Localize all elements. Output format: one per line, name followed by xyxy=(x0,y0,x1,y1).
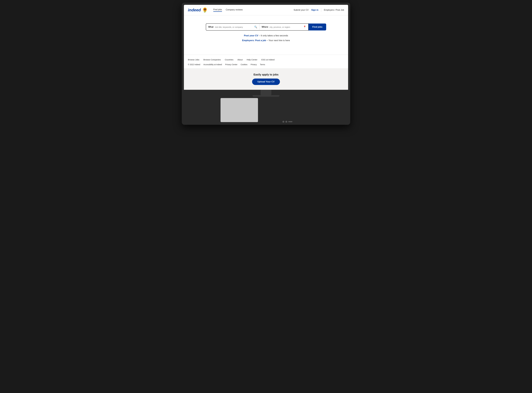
where-label: Where xyxy=(261,26,268,28)
sign-in-link[interactable]: Sign in xyxy=(311,9,318,11)
footer-help-center[interactable]: Help Center xyxy=(247,59,257,61)
footer-terms[interactable]: Terms xyxy=(260,64,265,66)
footer-nav: Browse Jobs Browse Companies Countries A… xyxy=(184,55,348,68)
nav-right: Submit your CV Sign in Employers / Post … xyxy=(294,8,344,12)
port-2 xyxy=(285,121,287,123)
port-1 xyxy=(282,121,284,123)
employers-promo: Employers: Post a job – Your next hire i… xyxy=(188,39,344,42)
post-cv-promo: Post your CV – It only takes a few secon… xyxy=(188,34,344,37)
employers-post-job-link[interactable]: Employers / Post Job xyxy=(324,9,344,11)
logo-text: indeed xyxy=(188,8,201,12)
footer-links-row: Browse Jobs Browse Companies Countries A… xyxy=(188,59,344,61)
find-jobs-button[interactable]: Find jobs xyxy=(309,24,326,30)
post-cv-suffix: – It only takes a few seconds xyxy=(259,34,288,37)
footer-countries[interactable]: Countries xyxy=(225,59,233,61)
nav-links: Find jobs Company reviews xyxy=(213,8,291,12)
where-input[interactable] xyxy=(270,26,302,28)
nav-divider xyxy=(321,8,321,12)
footer-privacy[interactable]: Privacy xyxy=(251,64,257,66)
stand-neck xyxy=(261,90,271,95)
stand-base xyxy=(253,95,279,97)
search-bar: What 🔍 Where 📍 Find jobs xyxy=(206,23,326,31)
what-label: What xyxy=(208,26,213,28)
device-box-left xyxy=(221,98,258,122)
submit-cv-link[interactable]: Submit your CV xyxy=(294,9,309,11)
cta-title: Easily apply to jobs xyxy=(188,73,344,76)
main-content: What 🔍 Where 📍 Find jobs Post your CV – … xyxy=(184,15,348,55)
where-field-wrapper: Where 📍 xyxy=(259,23,309,31)
port-3 xyxy=(288,121,292,122)
bottom-devices xyxy=(184,98,348,125)
monitor-stand xyxy=(184,90,348,97)
device-box-right xyxy=(263,98,311,125)
employers-suffix: – Your next hire is here xyxy=(267,39,290,42)
location-icon: 📍 xyxy=(303,25,306,29)
footer-browse-jobs[interactable]: Browse Jobs xyxy=(188,59,199,61)
footer-accessibility[interactable]: Accessibility at Indeed xyxy=(203,64,222,66)
mac-mini-ports xyxy=(282,121,292,123)
sunflower-icon: 🌻 xyxy=(202,7,208,13)
footer-about[interactable]: About xyxy=(237,59,243,61)
footer-browse-companies[interactable]: Browse Companies xyxy=(203,59,221,61)
footer-bottom-row: © 2022 Indeed Accessibility at Indeed Pr… xyxy=(188,64,344,66)
upload-cv-button[interactable]: Upload Your CV xyxy=(252,79,280,85)
footer-privacy-center[interactable]: Privacy Center xyxy=(225,64,237,66)
monitor-frame: indeed 🌻 Find jobs Company reviews Submi… xyxy=(182,3,350,125)
post-cv-link[interactable]: Post your CV xyxy=(244,34,258,37)
footer-cookies[interactable]: Cookies xyxy=(241,64,247,66)
company-reviews-nav-link[interactable]: Company reviews xyxy=(226,9,243,11)
cta-banner: Easily apply to jobs Upload Your CV xyxy=(184,68,348,90)
footer-copyright: © 2022 Indeed xyxy=(188,64,200,66)
navbar: indeed 🌻 Find jobs Company reviews Submi… xyxy=(184,5,348,15)
what-input[interactable] xyxy=(215,26,253,28)
employers-post-job-promo-link[interactable]: Employers: Post a job xyxy=(242,39,266,42)
browser-window: indeed 🌻 Find jobs Company reviews Submi… xyxy=(184,5,348,90)
logo-area: indeed 🌻 xyxy=(188,7,208,13)
search-icon: 🔍 xyxy=(254,25,257,29)
what-field-wrapper: What 🔍 xyxy=(206,23,259,31)
footer-esg[interactable]: ESG at Indeed xyxy=(261,59,274,61)
find-jobs-nav-link[interactable]: Find jobs xyxy=(213,8,222,12)
indeed-logo[interactable]: indeed xyxy=(188,8,201,12)
